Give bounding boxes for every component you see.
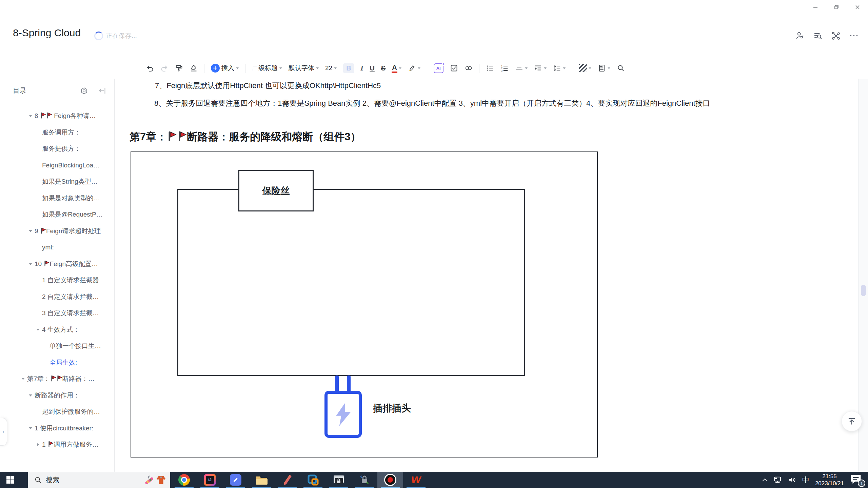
toc-item[interactable]: 1 调用方做服务… (0, 436, 114, 453)
start-button[interactable] (0, 472, 20, 488)
numbered-list-button[interactable]: 123 (500, 64, 509, 72)
toc-item[interactable]: 如果是对象类型的… (0, 190, 114, 207)
more-ellipsis-icon[interactable] (849, 31, 859, 40)
bullet-list-button[interactable] (486, 64, 494, 72)
heading-style-select[interactable]: 二级标题 (252, 64, 282, 73)
toc-item[interactable]: 3 自定义请求拦截… (0, 305, 114, 322)
toc-item[interactable]: 如果是String类型… (0, 174, 114, 190)
toc-caret-icon[interactable] (21, 377, 25, 381)
doc-paragraph-7[interactable]: 7、Feign底层默认使用HttpClient 也可以更换成OKhttp\Htt… (155, 81, 381, 91)
taskbar-app-chrome[interactable] (171, 472, 197, 488)
taskbar-app-wps[interactable]: W (403, 472, 429, 488)
link-button[interactable] (465, 64, 473, 72)
toc-item[interactable]: 2 自定义请求拦截… (0, 289, 114, 305)
toc-item[interactable]: 服务提供方： (0, 141, 114, 157)
toc-caret-icon[interactable] (29, 114, 32, 118)
taskbar-app-winscp[interactable] (352, 472, 377, 488)
toc-item[interactable]: 起到保护微服务的… (0, 404, 114, 420)
minimize-button[interactable] (805, 0, 826, 14)
italic-button[interactable]: I (361, 64, 363, 72)
restore-button[interactable] (826, 0, 847, 14)
arrow-up-to-top-icon (847, 417, 856, 426)
toc-item[interactable]: yml: (0, 239, 114, 256)
toc-caret-icon[interactable] (36, 443, 40, 446)
taskbar-app-intellij-idea[interactable]: IJ (197, 472, 223, 488)
taskbar-app-securecrt[interactable] (326, 472, 352, 488)
taskbar-app-file-explorer[interactable] (249, 472, 274, 488)
plug-shape (324, 391, 362, 438)
toc-item[interactable]: 第7章：断路器：… (0, 371, 114, 387)
taskbar-search-box[interactable]: 搜索 (28, 472, 170, 488)
toc-item[interactable]: 8 Feign各种请… (0, 108, 114, 124)
indent-button[interactable] (534, 64, 547, 72)
taskbar-app-notes[interactable] (223, 472, 249, 488)
font-family-select[interactable]: 默认字体 (289, 64, 319, 73)
toc-caret-icon[interactable] (29, 427, 32, 430)
share-user-icon[interactable] (795, 31, 805, 40)
line-height-button[interactable] (553, 64, 566, 72)
format-painter-button[interactable] (175, 64, 183, 72)
toc-item[interactable]: 全局生效: (0, 354, 114, 371)
toc-item[interactable]: 单独一个接口生… (0, 338, 114, 354)
network-icon[interactable] (774, 476, 783, 484)
toc-item[interactable]: 10 Feign高级配置… (0, 256, 114, 272)
sidebar-toggle-handle[interactable]: › (0, 418, 7, 446)
strikethrough-button[interactable]: S (381, 64, 386, 72)
align-button[interactable] (515, 64, 528, 72)
toc-caret-icon[interactable] (29, 262, 32, 266)
toc-item[interactable]: 1 自定义请求拦截器 (0, 272, 114, 289)
chevron-up-icon[interactable] (762, 478, 768, 482)
toc-caret-icon[interactable] (29, 394, 32, 397)
taskbar-clock[interactable]: 21:55 2023/10/21 (815, 473, 844, 487)
document-title[interactable]: 8-Spring Cloud (13, 27, 81, 39)
search-in-doc-icon[interactable] (813, 31, 823, 40)
clear-format-button[interactable] (190, 64, 198, 72)
redo-button[interactable] (160, 64, 169, 72)
taskbar-app-screen-recorder[interactable] (377, 472, 403, 488)
underline-button[interactable]: U (370, 64, 374, 72)
font-size-select[interactable]: 22 (325, 64, 337, 72)
taskbar: 搜索 (0, 472, 868, 488)
find-button[interactable] (617, 64, 625, 72)
mindmap-graph-icon[interactable] (831, 31, 841, 40)
ai-button[interactable]: AI (434, 63, 443, 73)
notification-center[interactable]: 1 (850, 474, 865, 486)
checkbox-button[interactable] (450, 64, 458, 72)
highlight-button[interactable] (408, 64, 420, 72)
flag-icon (40, 227, 46, 234)
shading-button[interactable] (579, 64, 591, 72)
fuse-shape: 保险丝 (238, 170, 314, 211)
volume-icon[interactable] (788, 476, 796, 484)
toc-item[interactable]: 4 生效方式： (0, 322, 114, 338)
chevron-down-icon (608, 67, 610, 69)
toc-caret-icon[interactable] (36, 328, 40, 331)
notes-icon (230, 474, 241, 486)
back-to-top-button[interactable] (842, 411, 862, 431)
toc-item[interactable]: 如果是@RequestP… (0, 206, 114, 223)
toc-item[interactable]: 服务调用方： (0, 124, 114, 141)
toc-item[interactable]: 1 使用circuitbreaker: (0, 420, 114, 437)
heading-style-label: 二级标题 (252, 64, 278, 73)
insert-button[interactable]: 插入 (211, 64, 239, 73)
toc-item[interactable]: 断路器的作用： (0, 387, 114, 404)
doc-paragraph-8[interactable]: 8、关于服务回退需要注意四个地方：1需要是Spring Bean实例 2、需要@… (154, 98, 710, 108)
toc-item[interactable]: FeignBlockingLoa… (0, 157, 114, 174)
ime-indicator[interactable]: 中 (802, 475, 809, 485)
toc-item[interactable]: 9 Feign请求超时处理 (0, 223, 114, 240)
toc-item-label: 1 使用circuitbreaker: (35, 424, 93, 433)
shading-icon (579, 64, 587, 72)
undo-button[interactable] (146, 64, 154, 72)
taskbar-app-pen[interactable] (274, 472, 300, 488)
close-button[interactable] (847, 0, 868, 14)
settings-gear-icon[interactable] (80, 87, 88, 95)
page-setup-button[interactable] (598, 64, 610, 72)
taskbar-app-vmware[interactable] (300, 472, 326, 488)
font-color-button[interactable]: A (392, 64, 401, 73)
toolbar-divider (479, 64, 479, 73)
scrollbar-thumb[interactable] (861, 285, 866, 296)
bold-button[interactable]: B (343, 63, 354, 73)
toc-caret-icon[interactable] (29, 229, 32, 233)
chevron-down-icon (589, 67, 591, 69)
chapter-heading[interactable]: 第7章：断路器：服务的降级和熔断（组件3） (130, 130, 361, 144)
collapse-panel-icon[interactable] (98, 87, 106, 95)
